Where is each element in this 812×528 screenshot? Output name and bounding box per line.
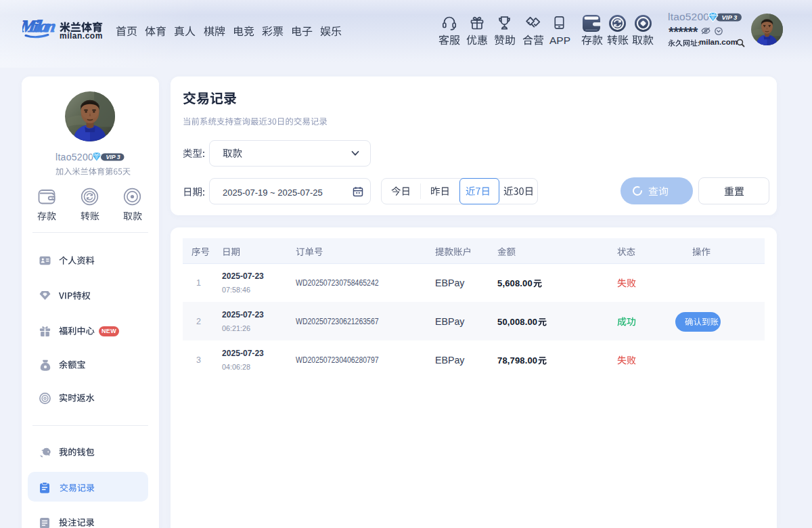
svg-text:VIP 3: VIP 3 bbox=[722, 14, 738, 21]
svg-text:VIP 3: VIP 3 bbox=[106, 154, 120, 160]
svg-text:Milan: Milan bbox=[22, 17, 58, 35]
